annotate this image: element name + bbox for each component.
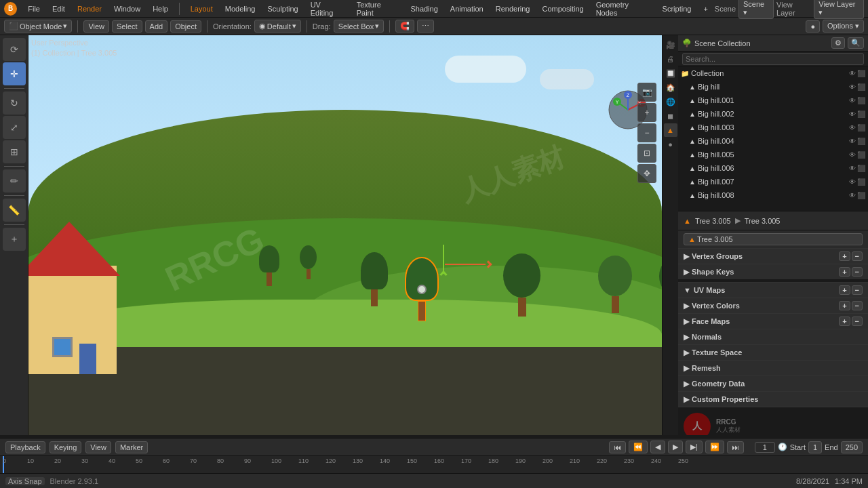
viewport-options[interactable]: Options ▾ <box>823 20 864 33</box>
prev-keyframe-btn[interactable]: ⏪ <box>629 441 648 453</box>
outliner-row-bighill001[interactable]: ▲ Big hill.001 👁⬛ <box>678 94 868 107</box>
viewport[interactable]: User Perspective (1) Collection | Tree 3… <box>28 35 662 435</box>
uv-maps-remove[interactable]: − <box>852 285 863 295</box>
play-btn[interactable]: ▶ <box>668 441 683 453</box>
outliner-row-collection[interactable]: 📁 Collection 👁⬛ <box>678 66 868 80</box>
zoom-fit-btn[interactable]: ⊡ <box>637 144 656 163</box>
selected-tree[interactable] <box>405 257 439 321</box>
add-tool[interactable]: ＋ <box>3 228 26 251</box>
marker-menu[interactable]: Marker <box>115 441 148 453</box>
snap-options[interactable]: ⋯ <box>417 20 434 33</box>
world-props-icon[interactable]: 🌐 <box>664 95 677 108</box>
outliner-row-bighill007[interactable]: ▲ Big hill.007 👁⬛ <box>678 175 868 188</box>
outliner-row-bighill003[interactable]: ▲ Big hill.003 👁⬛ <box>678 121 868 134</box>
vertex-colors-remove[interactable]: − <box>852 301 863 310</box>
end-frame-field[interactable]: 250 <box>841 441 863 453</box>
object-menu[interactable]: Object <box>170 20 201 33</box>
zoom-out-btn[interactable]: − <box>637 123 656 142</box>
workspace-geometry-nodes[interactable]: Geometry Nodes <box>591 0 656 18</box>
keying-menu[interactable]: Keying <box>50 441 82 453</box>
shape-keys-header[interactable]: ▶ Shape Keys + − <box>678 264 868 279</box>
jump-start-btn[interactable]: ⏮ <box>609 441 626 453</box>
outliner-filter-btn[interactable]: ⚙ <box>831 37 845 49</box>
outliner-row-bighill006[interactable]: ▲ Big hill.006 👁⬛ <box>678 161 868 175</box>
viewport-shading-solid[interactable]: ● <box>806 20 820 33</box>
playback-menu[interactable]: Playback <box>5 441 45 453</box>
outliner-row-bighill005[interactable]: ▲ Big hill.005 👁⬛ <box>678 148 868 161</box>
pan-btn[interactable]: ✥ <box>637 164 656 183</box>
current-frame-indicator[interactable]: 1 <box>755 442 775 453</box>
uv-maps-header[interactable]: ▼ UV Maps + − <box>678 283 868 298</box>
move-tool[interactable]: ✛ <box>3 62 26 85</box>
outliner-row-bighill[interactable]: ▲ Big hill 👁⬛ <box>678 80 868 94</box>
workspace-animation[interactable]: Animation <box>445 3 489 14</box>
workspace-rendering[interactable]: Rendering <box>490 3 536 14</box>
material-props-icon[interactable]: ● <box>664 138 677 151</box>
menu-help[interactable]: Help <box>147 3 174 14</box>
workspace-shading[interactable]: Shading <box>405 3 443 14</box>
shape-keys-add[interactable]: + <box>839 267 850 277</box>
view-menu[interactable]: View <box>83 20 109 33</box>
menu-edit[interactable]: Edit <box>47 3 71 14</box>
workspace-layout[interactable]: Layout <box>185 3 218 14</box>
vertex-groups-header[interactable]: ▶ Vertex Groups + − <box>678 249 868 264</box>
orientation-selector[interactable]: ◉ Default▾ <box>254 20 301 33</box>
measure-tool[interactable]: 📏 <box>3 199 26 222</box>
mesh-props-icon[interactable]: ▲ <box>664 123 677 137</box>
face-maps-add[interactable]: + <box>839 317 850 326</box>
menu-render[interactable]: Render <box>72 3 107 14</box>
prev-frame-btn[interactable]: ◀ <box>650 441 665 453</box>
zoom-camera-btn[interactable]: 📷 <box>637 83 656 102</box>
outliner-search-btn[interactable]: 🔍 <box>848 37 864 49</box>
select-menu[interactable]: Select <box>112 20 142 33</box>
workspace-scripting[interactable]: Scripting <box>657 3 697 14</box>
outliner-search-input[interactable] <box>682 53 864 65</box>
scale-tool[interactable]: ⤢ <box>3 116 26 139</box>
face-maps-header[interactable]: ▶ Face Maps + − <box>678 314 868 329</box>
custom-properties-header[interactable]: ▶ Custom Properties <box>678 392 868 407</box>
menu-file[interactable]: File <box>22 3 45 14</box>
object-name-field[interactable]: ▲ Tree 3.005 <box>684 233 863 245</box>
workspace-modeling[interactable]: Modeling <box>220 3 261 14</box>
outliner-row-bighill008[interactable]: ▲ Big hill.008 👁⬛ <box>678 188 868 202</box>
next-frame-btn[interactable]: ▶| <box>686 441 703 453</box>
cursor-tool[interactable]: ⟳ <box>3 38 26 61</box>
annotate-tool[interactable]: ✏ <box>3 169 26 192</box>
outliner-row-bighill004[interactable]: ▲ Big hill.004 👁⬛ <box>678 134 868 148</box>
drag-selector[interactable]: Select Box▾ <box>334 20 384 33</box>
workspace-texture-paint[interactable]: Texture Paint <box>351 0 404 18</box>
uv-maps-add[interactable]: + <box>839 285 850 295</box>
view-layer-props-icon[interactable]: 🔲 <box>664 66 677 80</box>
workspace-uv-editing[interactable]: UV Editing <box>305 0 350 18</box>
timeline-ruler[interactable]: 0 10 20 30 40 50 60 70 80 90 100 110 120… <box>0 456 868 474</box>
face-maps-remove[interactable]: − <box>852 317 863 326</box>
transform-tool[interactable]: ⊞ <box>3 140 26 163</box>
next-keyframe-btn[interactable]: ⏩ <box>705 441 724 453</box>
snap-magnet[interactable]: 🧲 <box>395 20 414 33</box>
scene-props-icon[interactable]: 🏠 <box>664 81 677 94</box>
vertex-colors-add[interactable]: + <box>839 301 850 310</box>
normals-header[interactable]: ▶ Normals <box>678 329 868 344</box>
vertex-groups-remove[interactable]: − <box>852 251 863 261</box>
start-frame-field[interactable]: 1 <box>808 441 822 453</box>
add-menu[interactable]: Add <box>145 20 168 33</box>
object-mode-btn[interactable]: ⬛ Object Mode▾ <box>4 20 72 33</box>
geometry-data-header[interactable]: ▶ Geometry Data <box>678 376 868 391</box>
workspace-sculpting[interactable]: Sculpting <box>262 3 303 14</box>
view-layer-selector[interactable]: View Layer ▾ <box>814 0 864 19</box>
workspace-compositing[interactable]: Compositing <box>536 3 589 14</box>
workspace-add[interactable]: + <box>698 3 713 14</box>
vertex-colors-header[interactable]: ▶ Vertex Colors + − <box>678 298 868 313</box>
remesh-header[interactable]: ▶ Remesh <box>678 361 868 375</box>
jump-end-btn[interactable]: ⏭ <box>727 441 744 453</box>
zoom-in-btn[interactable]: + <box>637 103 656 122</box>
output-props-icon[interactable]: 🖨 <box>664 52 677 66</box>
shape-keys-remove[interactable]: − <box>852 267 863 277</box>
view-menu-tl[interactable]: View <box>85 441 111 453</box>
render-props-icon[interactable]: 🎥 <box>664 38 677 52</box>
vertex-groups-add[interactable]: + <box>839 251 850 261</box>
scene-selector[interactable]: Scene ▾ <box>738 0 774 19</box>
menu-window[interactable]: Window <box>108 3 146 14</box>
texture-space-header[interactable]: ▶ Texture Space <box>678 345 868 360</box>
object-props-icon[interactable]: ◼ <box>664 109 677 123</box>
